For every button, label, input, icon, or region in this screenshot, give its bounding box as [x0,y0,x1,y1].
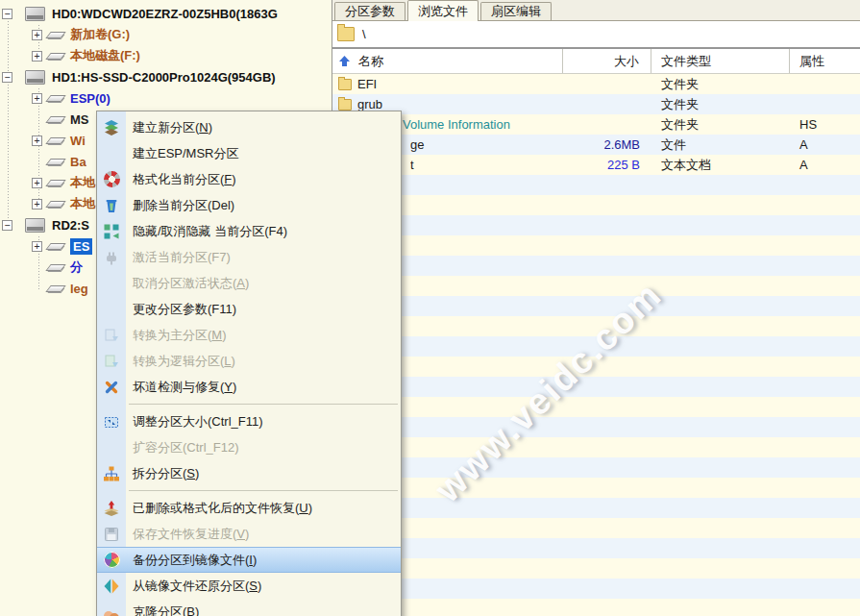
menu-item-convert-to-logical: 转换为逻辑分区(L) [97,348,401,374]
menu-item-label: 更改分区参数(F11) [126,301,236,318]
tree-item-partition[interactable]: +本地磁盘(F:) [0,45,332,66]
expand-plus-icon[interactable]: + [32,178,42,188]
expand-plus-icon[interactable]: + [32,93,42,104]
file-type: 文件夹 [651,76,790,93]
disk-icon [25,7,45,21]
partition-icon [45,95,65,102]
column-label: 名称 [358,53,383,70]
tree-indent [32,157,42,167]
menu-item-delete-partition[interactable]: 删除当前分区(Del) [97,192,401,218]
expand-plus-icon[interactable]: + [32,199,42,209]
menu-item-label: 拆分分区(S) [126,465,199,482]
expand-plus-icon[interactable]: + [32,136,42,146]
tree-indent [32,114,42,125]
file-row[interactable]: grub文件夹 [332,94,860,114]
file-type: 文件夹 [651,116,790,134]
hide-partition-icon [97,223,126,240]
file-name: t [410,158,563,172]
partition-icon [45,116,65,123]
column-header-attr[interactable]: 属性 [790,49,860,73]
file-type: 文件夹 [651,96,790,113]
menu-item-label: 转换为逻辑分区(L) [126,353,235,370]
file-row[interactable]: ge2.6MB文件A [332,135,860,155]
path-bar[interactable]: \ [332,21,860,49]
menu-item-convert-to-primary: 转换为主分区(M) [97,322,401,348]
file-list-header: 名称 大小 文件类型 属性 [332,49,860,74]
menu-item-label: 取消分区激活状态(A) [126,275,249,292]
tree-item-partition[interactable]: +ESP(0) [0,87,332,109]
tab-bar: 分区参数浏览文件扇区编辑 [332,0,860,21]
partition-icon [45,201,65,208]
recover-deleted-files-icon [97,500,126,517]
column-label: 属性 [799,53,824,70]
file-row[interactable]: EFI文件夹 [332,74,860,94]
expand-plus-icon[interactable]: + [32,241,42,252]
column-header-name[interactable]: 名称 [332,49,563,73]
tab-browse-files[interactable]: 浏览文件 [407,0,479,21]
menu-item-label: 坏道检测与修复(Y) [126,379,236,396]
file-name: ge [410,137,563,152]
menu-item-restore-partition-from-image[interactable]: 从镜像文件还原分区(S) [97,573,401,599]
tree-item-label: 本地磁盘(F:) [70,47,140,64]
menu-separator [129,404,398,405]
menu-item-label: 调整分区大小(Ctrl_F11) [126,413,263,431]
tree-item-partition[interactable]: +新加卷(G:) [0,24,332,45]
tree-item-disk[interactable]: −HD1:HS-SSD-C2000Pro1024G(954GB) [0,66,332,87]
menu-item-clone-partition[interactable]: 克隆分区(B) [97,599,401,616]
folder-icon [338,79,352,90]
bad-track-check-icon [97,379,126,396]
file-row[interactable]: t225 B文本文档A [332,155,860,175]
partition-icon [45,32,65,38]
column-header-size[interactable]: 大小 [563,49,651,73]
tree-indent [32,262,42,273]
menu-item-bad-track-check[interactable]: 坏道检测与修复(Y) [97,374,401,400]
menu-item-backup-partition-to-image[interactable]: 备份分区到镜像文件(I) [97,547,401,573]
tree-item-label: 本地 [70,174,95,191]
menu-item-label: 转换为主分区(M) [126,327,227,344]
tree-item-label: leg [70,282,88,296]
partition-icon [45,53,65,60]
file-type: 文件 [651,136,790,154]
backup-partition-to-image-icon [97,552,126,568]
menu-item-label: 隐藏/取消隐藏 当前分区(F4) [126,223,287,240]
convert-to-logical-icon [97,353,126,370]
menu-item-recover-deleted-files[interactable]: 已删除或格式化后的文件恢复(U) [97,495,401,521]
tab-sector-edit[interactable]: 扇区编辑 [480,2,552,20]
partition-icon [45,137,65,144]
menu-item-change-partition-params[interactable]: 更改分区参数(F11) [97,296,401,322]
file-name: grub [357,97,563,111]
file-type: 文本文档 [651,157,790,174]
tree-item-label: 新加卷(G:) [70,26,130,43]
partition-icon [45,264,65,271]
menu-item-label: 格式化当前分区(F) [126,171,236,188]
column-header-type[interactable]: 文件类型 [651,49,790,73]
expand-plus-icon[interactable]: + [32,51,42,62]
collapse-minus-icon[interactable]: − [2,220,12,231]
tree-item-label: 本地 [70,195,95,212]
menu-item-resize-partition[interactable]: 调整分区大小(Ctrl_F11) [97,408,401,434]
disk-icon [25,70,45,85]
menu-item-label: 已删除或格式化后的文件恢复(U) [126,500,312,517]
menu-item-label: 删除当前分区(Del) [126,197,234,214]
tab-partition-params[interactable]: 分区参数 [334,2,405,20]
menu-item-new-partition[interactable]: 建立新分区(N) [97,114,401,140]
partition-icon [45,180,65,186]
partition-icon [45,243,65,250]
tree-item-disk[interactable]: −HD0:WDCWD20EZRZ-00Z5HB0(1863G [0,3,332,24]
file-size: 225 B [563,158,651,172]
menu-item-new-esp-msr-partition[interactable]: 建立ESP/MSR分区 [97,140,401,166]
folder-icon [338,99,352,111]
file-row[interactable]: System Volume Information文件夹HS [332,114,860,135]
tree-item-label: MS [70,112,89,127]
resize-partition-icon [97,413,126,431]
expand-plus-icon[interactable]: + [32,30,42,40]
file-browser-panel: 分区参数浏览文件扇区编辑 \ 名称 大小 文件类型 属性 EFI文件夹grub文… [332,0,860,616]
menu-item-activate-partition: 激活当前分区(F7) [97,244,401,270]
file-attr: A [790,137,860,152]
collapse-minus-icon[interactable]: − [2,9,12,19]
menu-item-split-partition[interactable]: 拆分分区(S) [97,460,401,486]
convert-to-primary-icon [97,327,126,344]
menu-item-hide-partition[interactable]: 隐藏/取消隐藏 当前分区(F4) [97,218,401,244]
menu-item-format-partition[interactable]: 格式化当前分区(F) [97,166,401,192]
collapse-minus-icon[interactable]: − [2,72,12,83]
